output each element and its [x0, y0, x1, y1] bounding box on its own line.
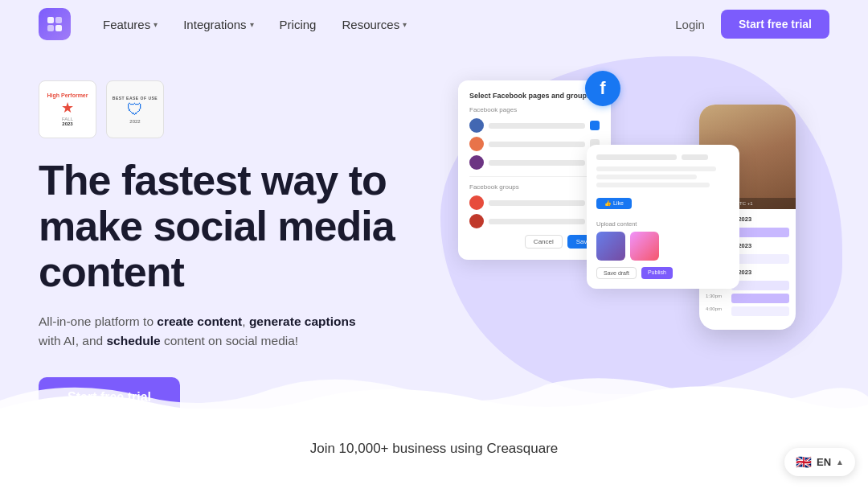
upload-label: Upload content — [596, 220, 730, 228]
navbar: Features ▾ Integrations ▾ Pricing Resour… — [0, 0, 868, 48]
nav-trial-button[interactable]: Start free trial — [721, 10, 829, 39]
sub-suffix: content on social media! — [161, 334, 298, 347]
capterra-year: 2022 — [129, 119, 140, 124]
sub-bold2: generate captions — [249, 314, 356, 328]
capterra-shield-icon: 🛡 — [127, 101, 143, 119]
fb-page-check — [590, 121, 600, 130]
badges-row: High Performer ★ FALL 2023 BEST EASE OF … — [39, 80, 424, 138]
save-draft-button[interactable]: Save draft — [596, 267, 637, 279]
phone-event: 4:00pm — [706, 306, 789, 316]
publish-button[interactable]: Publish — [641, 267, 673, 279]
sub-prefix: All-in-one platform to — [39, 314, 157, 328]
logo[interactable] — [39, 8, 71, 40]
phone-event-time: 4:00pm — [706, 306, 728, 311]
g2-star-icon: ★ — [61, 99, 74, 117]
fb-page-bar — [489, 160, 585, 166]
nav-integrations-label: Integrations — [183, 18, 246, 31]
ui-mockups: f Select Facebook pages and groups Faceb… — [458, 80, 796, 386]
fb-page-bar — [489, 142, 585, 147]
join-text: Join 10,000+ business using Creasquare — [310, 441, 559, 457]
sub-bold1: create content — [157, 314, 242, 328]
language-picker[interactable]: 🇬🇧 EN ▲ — [784, 448, 855, 476]
svg-rect-0 — [47, 17, 54, 23]
login-button[interactable]: Login — [675, 18, 705, 31]
phone-event-bar — [731, 228, 789, 237]
fb-page-item — [469, 137, 600, 151]
logo-icon — [39, 8, 71, 40]
panel-buttons: Cancel Save — [469, 235, 600, 249]
g2-year: 2023 — [62, 121, 72, 126]
nav-links: Features ▾ Integrations ▾ Pricing Resour… — [103, 18, 675, 31]
nav-pricing[interactable]: Pricing — [280, 18, 317, 31]
nav-features[interactable]: Features ▾ — [103, 18, 158, 31]
save-draft-row: Save draft Publish — [596, 267, 730, 279]
fb-page-item — [469, 118, 600, 133]
phone-event-bar — [731, 294, 789, 303]
cancel-button[interactable]: Cancel — [525, 235, 563, 249]
content-title-bar — [596, 154, 730, 160]
upload-thumbs — [596, 232, 730, 261]
chevron-up-icon: ▲ — [836, 458, 844, 466]
nav-features-label: Features — [103, 18, 150, 31]
fb-pages-label: Facebook pages — [469, 106, 600, 113]
g2-badge: High Performer ★ FALL 2023 — [39, 80, 96, 138]
content-line — [596, 175, 697, 179]
chevron-down-icon: ▾ — [403, 20, 407, 29]
sub-mid: with AI, and — [39, 334, 106, 347]
capterra-badge: BEST EASE OF USE 🛡 2022 — [106, 80, 164, 138]
fb-panel-title: Select Facebook pages and groups — [469, 92, 600, 100]
sub-bold3: schedule — [106, 334, 160, 347]
fb-group-bar — [489, 219, 585, 224]
nav-pricing-label: Pricing — [280, 18, 317, 31]
hero-subtext: All-in-one platform to create content, g… — [39, 312, 424, 352]
svg-rect-2 — [47, 25, 54, 31]
upload-thumb — [596, 232, 625, 261]
content-text-block — [596, 166, 730, 187]
phone-event-bar — [731, 254, 789, 264]
phone-event-time: 1:30pm — [706, 294, 728, 298]
heading-line2: make social media — [39, 203, 395, 249]
language-code: EN — [817, 456, 831, 468]
nav-resources[interactable]: Resources ▾ — [342, 18, 407, 31]
facebook-icon: f — [585, 71, 620, 106]
fb-group-item — [469, 214, 600, 228]
flag-icon: 🇬🇧 — [796, 454, 812, 470]
svg-rect-1 — [55, 17, 62, 23]
content-line — [596, 166, 716, 171]
heading-line1: The fastest way to — [39, 157, 387, 203]
fb-group-bar — [489, 200, 585, 206]
fb-avatar — [469, 118, 484, 133]
heading-line3: content — [39, 249, 184, 295]
upload-thumb — [630, 232, 659, 261]
fb-avatar — [469, 155, 484, 170]
fb-page-bar — [489, 123, 585, 129]
chevron-down-icon: ▾ — [250, 20, 254, 29]
hero-heading: The fastest way to make social media con… — [39, 158, 424, 296]
content-title-bar-main — [596, 154, 677, 160]
chevron-down-icon: ▾ — [154, 20, 158, 29]
phone-event-bar — [731, 281, 789, 290]
nav-actions: Login Start free trial — [675, 10, 829, 39]
fb-group-item — [469, 195, 600, 210]
content-title-bar-sub — [682, 154, 708, 160]
like-button: 👍 Like — [596, 198, 632, 209]
content-line — [596, 183, 710, 187]
fb-divider — [469, 176, 600, 177]
nav-integrations[interactable]: Integrations ▾ — [183, 18, 253, 31]
fb-groups-label: Facebook groups — [469, 183, 600, 191]
fb-page-item — [469, 155, 600, 170]
fb-group-avatar — [469, 214, 484, 228]
bottom-section: Join 10,000+ business using Creasquare — [0, 409, 868, 489]
sub-comma: , — [242, 314, 249, 328]
fb-avatar — [469, 137, 484, 151]
svg-rect-3 — [55, 25, 62, 31]
fb-group-avatar — [469, 195, 484, 210]
g2-label: High Performer — [47, 92, 88, 99]
nav-resources-label: Resources — [342, 18, 399, 31]
upload-section: Upload content — [596, 220, 730, 261]
phone-event: 1:30pm — [706, 294, 789, 303]
phone-event-bar — [731, 306, 789, 316]
content-panel: 👍 Like Upload content Save draft Publish — [587, 145, 739, 289]
